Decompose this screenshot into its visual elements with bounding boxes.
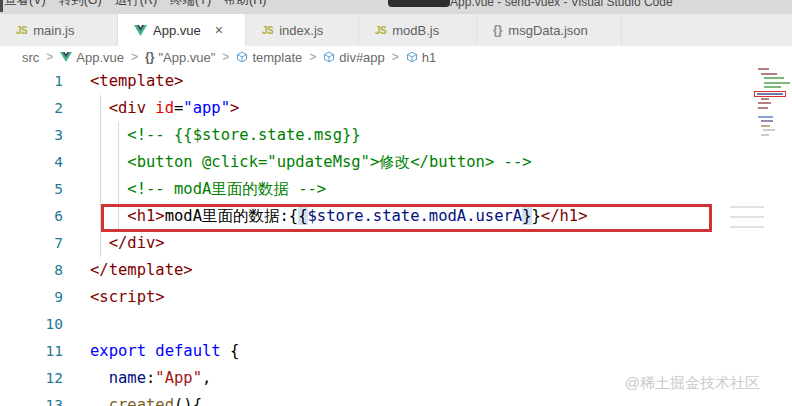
line-number: 7 [0,230,63,257]
tab-label: main.js [33,23,74,38]
code-line[interactable]: 6 <h1>modA里面的数据:{{$store.state.modA.user… [0,203,745,230]
tab-index-js[interactable]: JS index.js [246,14,359,46]
code-line[interactable]: 4 <button @click="updateMsg">修改</button>… [0,149,745,176]
line-number: 10 [0,311,63,338]
tab-label: App.vue [153,23,201,38]
code-text: </template> [63,257,193,284]
tab-main-js[interactable]: JS main.js [0,14,118,46]
code-text: <script> [63,284,165,311]
code-text: <h1>modA里面的数据:{{$store.state.modA.userA}… [63,203,588,230]
code-editor[interactable]: 1<template>2 <div id="app">3 <!-- {{$sto… [0,68,745,406]
breadcrumb-label: h1 [422,50,436,65]
chevron-right-icon: > [309,50,316,64]
breadcrumb-label: template [252,50,302,65]
code-line[interactable]: 13 created(){ [0,392,745,406]
breadcrumb-item-app-vue-symbol[interactable]: {} "App.vue" [145,50,215,65]
line-number: 13 [0,392,63,406]
breadcrumb-item-src[interactable]: src [22,50,39,65]
breadcrumb-item-div-app[interactable]: div#app [323,50,385,65]
line-number: 3 [0,122,63,149]
js-icon: JS [16,25,27,36]
menu-item-help[interactable]: 帮助(H) [224,0,266,9]
tab-label: modB.js [392,23,439,38]
menu-bar: 查看(V) 转到(G) 运行(R) 终端(T) 帮助(H) [4,0,266,9]
code-text: <!-- {{$store.state.msg}} [63,122,361,149]
breadcrumb-item-app-vue[interactable]: App.vue [60,50,124,65]
window-title: App.vue - send-vuex - Visual Studio Code [450,0,673,9]
code-line[interactable]: 3 <!-- {{$store.state.msg}} [0,122,745,149]
symbol-cube-icon [406,51,418,63]
code-line[interactable]: 11export default { [0,338,745,365]
minimap[interactable] [728,68,792,406]
chevron-right-icon: > [46,50,53,64]
breadcrumb-label: src [22,50,39,65]
json-icon: {} [493,23,502,37]
breadcrumb: src > App.vue > {} "App.vue" > template … [0,46,792,68]
code-text: <template> [63,68,183,95]
window-corner-decoration [0,0,3,12]
code-lines: 1<template>2 <div id="app">3 <!-- {{$sto… [0,68,745,406]
tab-msgdata-json[interactable]: {} msgData.json [477,14,622,46]
breadcrumb-label: "App.vue" [158,50,215,65]
menu-item-view[interactable]: 查看(V) [4,0,46,9]
code-text: name:"App", [63,365,211,392]
tab-bar: JS main.js App.vue × JS index.js JS modB… [0,14,792,46]
line-number: 9 [0,284,63,311]
title-bar: 查看(V) 转到(G) 运行(R) 终端(T) 帮助(H) App.vue - … [0,0,792,14]
menu-item-run[interactable]: 运行(R) [115,0,157,9]
code-text: created(){ [63,392,202,406]
close-icon[interactable]: × [215,23,223,37]
indent-guide [100,95,101,257]
tab-app-vue[interactable]: App.vue × [118,14,246,46]
line-number: 5 [0,176,63,203]
tab-label: index.js [279,23,323,38]
code-line[interactable]: 9<script> [0,284,745,311]
code-text: </div> [63,230,165,257]
code-line[interactable]: 1<template> [0,68,745,95]
code-text: <div id="app"> [63,95,239,122]
tab-modb-js[interactable]: JS modB.js [359,14,477,46]
symbol-cube-icon [236,51,248,63]
line-number: 6 [0,203,63,230]
line-number: 12 [0,365,63,392]
chevron-right-icon: > [222,50,229,64]
indent-guide [118,122,119,230]
line-number: 4 [0,149,63,176]
chevron-right-icon: > [392,50,399,64]
breadcrumb-label: App.vue [76,50,124,65]
js-icon: JS [262,25,273,36]
line-number: 8 [0,257,63,284]
chevron-right-icon: > [131,50,138,64]
code-text [63,311,90,338]
code-line[interactable]: 10 [0,311,745,338]
menu-item-terminal[interactable]: 终端(T) [170,0,211,9]
line-number: 1 [0,68,63,95]
command-center-pill[interactable] [388,0,450,7]
symbol-cube-icon [323,51,335,63]
code-text: <!-- modA里面的数据 --> [63,176,326,203]
code-text: <button @click="updateMsg">修改</button> -… [63,149,532,176]
line-number: 11 [0,338,63,365]
breadcrumb-label: div#app [339,50,385,65]
js-icon: JS [375,25,386,36]
breadcrumb-item-template[interactable]: template [236,50,302,65]
line-number: 2 [0,95,63,122]
vue-icon [60,52,72,62]
watermark: @稀土掘金技术社区 [625,374,760,393]
code-line[interactable]: 7 </div> [0,230,745,257]
tab-label: msgData.json [508,23,587,38]
braces-icon: {} [145,50,154,64]
breadcrumb-item-h1[interactable]: h1 [406,50,436,65]
menu-item-go[interactable]: 转到(G) [59,0,102,9]
code-line[interactable]: 8</template> [0,257,745,284]
vue-icon [134,25,147,36]
code-text: export default { [63,338,239,365]
code-line[interactable]: 2 <div id="app"> [0,95,745,122]
code-line[interactable]: 5 <!-- modA里面的数据 --> [0,176,745,203]
